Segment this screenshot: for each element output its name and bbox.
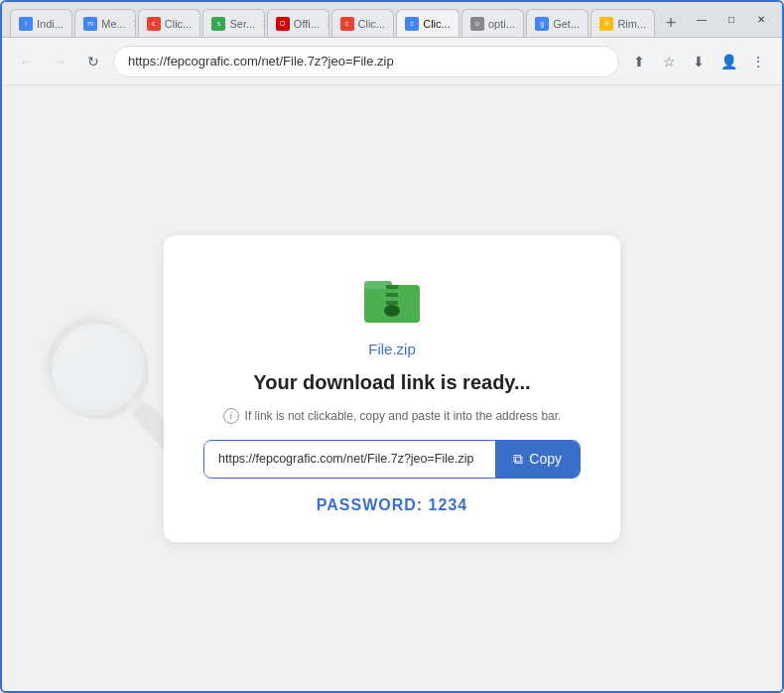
bookmark-icon[interactable]: ☆ xyxy=(655,48,683,75)
tab-2-label: Me... xyxy=(101,18,125,30)
download-card: File.zip Your download link is ready... … xyxy=(164,235,620,542)
address-right-icons: ⬆ ☆ ⬇ 👤 ⋮ xyxy=(625,48,772,75)
url-input[interactable] xyxy=(204,442,495,476)
close-button[interactable]: ✕ xyxy=(748,11,774,29)
tab-9-favicon: g xyxy=(535,17,549,31)
info-row: i If link is not clickable, copy and pas… xyxy=(223,408,562,424)
tab-6-favicon: c xyxy=(340,17,354,31)
tab-10-label: Rim... xyxy=(617,18,646,30)
tab-3[interactable]: c Clic... ✕ xyxy=(138,9,201,37)
tab-4-favicon: s xyxy=(211,17,225,31)
tab-7[interactable]: c Clic... ✕ xyxy=(396,9,459,37)
password-text: PASSWORD: 1234 xyxy=(317,496,467,514)
tab-3-favicon: c xyxy=(147,17,161,31)
tab-8-favicon: o xyxy=(470,17,484,31)
tab-2-close[interactable]: ✕ xyxy=(130,17,136,31)
info-icon: i xyxy=(223,408,239,424)
maximize-button[interactable]: □ xyxy=(719,11,744,29)
svg-point-5 xyxy=(384,305,400,317)
info-text: If link is not clickable, copy and paste… xyxy=(245,409,562,423)
address-input[interactable] xyxy=(113,46,619,77)
refresh-button[interactable]: ↻ xyxy=(79,48,107,75)
tab-9[interactable]: g Get... ✕ xyxy=(526,9,588,37)
tab-3-close[interactable]: ✕ xyxy=(196,17,200,31)
minimize-button[interactable]: — xyxy=(689,11,715,29)
profile-icon[interactable]: 👤 xyxy=(715,48,742,75)
tab-10-favicon: R xyxy=(599,17,613,31)
back-button[interactable]: ← xyxy=(12,48,40,75)
tab-2-favicon: m xyxy=(83,17,97,31)
page-content: 🔍 RISK.COM File.zip Your xyxy=(2,85,782,691)
svg-rect-4 xyxy=(386,301,398,305)
tab-6-close[interactable]: ✕ xyxy=(389,17,394,31)
tab-5-close[interactable]: ✕ xyxy=(324,17,329,31)
share-icon[interactable]: ⬆ xyxy=(625,48,653,75)
url-row: ⧉ Copy xyxy=(203,440,581,479)
tab-10-close[interactable]: ✕ xyxy=(650,17,655,31)
svg-rect-3 xyxy=(386,293,398,297)
tab-1-close[interactable]: ✕ xyxy=(67,17,72,31)
tab-5-favicon: O xyxy=(276,17,290,31)
tab-2[interactable]: m Me... ✕ xyxy=(74,9,136,37)
tab-9-close[interactable]: ✕ xyxy=(584,17,588,31)
tabs-container: i Indi... ✕ m Me... ✕ c Clic... ✕ s Ser.… xyxy=(10,2,685,37)
file-icon xyxy=(360,267,424,331)
tab-6-label: Clic... xyxy=(358,18,386,30)
download-icon[interactable]: ⬇ xyxy=(685,48,713,75)
copy-label: Copy xyxy=(529,451,562,467)
browser-window: i Indi... ✕ m Me... ✕ c Clic... ✕ s Ser.… xyxy=(0,0,784,693)
tab-6[interactable]: c Clic... ✕ xyxy=(331,9,395,37)
copy-button[interactable]: ⧉ Copy xyxy=(495,441,580,478)
tab-7-label: Clic... xyxy=(423,18,451,30)
tab-4-label: Ser... xyxy=(229,18,255,30)
tab-3-label: Clic... xyxy=(165,18,193,30)
tab-1-favicon: i xyxy=(19,17,33,31)
tab-8[interactable]: o opti... ✕ xyxy=(461,9,524,37)
tab-5-label: Offi... xyxy=(294,18,320,30)
forward-button[interactable]: → xyxy=(46,48,73,75)
tab-1-label: Indi... xyxy=(37,18,64,30)
window-controls: — □ ✕ xyxy=(689,11,774,29)
tab-8-close[interactable]: ✕ xyxy=(519,17,524,31)
copy-icon: ⧉ xyxy=(513,451,523,468)
menu-icon[interactable]: ⋮ xyxy=(744,48,772,75)
tab-7-close[interactable]: ✕ xyxy=(455,17,459,31)
tab-10[interactable]: R Rim... ✕ xyxy=(590,9,655,37)
tab-9-label: Get... xyxy=(553,18,580,30)
new-tab-button[interactable]: + xyxy=(657,9,685,37)
tab-4[interactable]: s Ser... ✕ xyxy=(202,9,264,37)
tab-5[interactable]: O Offi... ✕ xyxy=(267,9,329,37)
download-ready-title: Your download link is ready... xyxy=(253,371,530,394)
svg-rect-2 xyxy=(386,285,398,289)
tab-1[interactable]: i Indi... ✕ xyxy=(10,9,72,37)
tab-4-close[interactable]: ✕ xyxy=(259,17,265,31)
tab-7-favicon: c xyxy=(405,17,419,31)
file-name: File.zip xyxy=(368,341,416,357)
file-icon-container xyxy=(360,267,424,331)
tab-8-label: opti... xyxy=(488,18,515,30)
address-bar: ← → ↻ ⬆ ☆ ⬇ 👤 ⋮ xyxy=(2,38,782,85)
title-bar: i Indi... ✕ m Me... ✕ c Clic... ✕ s Ser.… xyxy=(2,2,782,38)
